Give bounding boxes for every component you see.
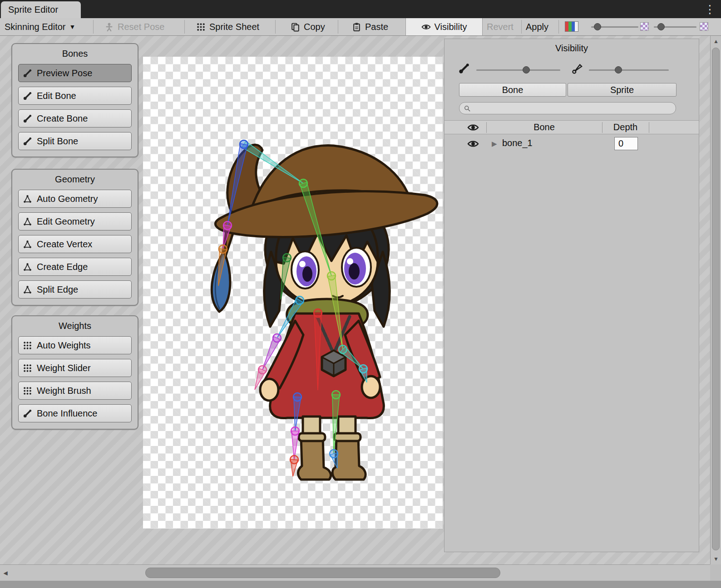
auto-geometry-button[interactable]: Auto Geometry xyxy=(18,190,132,208)
bone-influence-label: Bone Influence xyxy=(37,408,97,419)
create-vertex-icon xyxy=(23,240,32,249)
edit-geometry-icon xyxy=(23,217,32,226)
scroll-up-icon[interactable]: ▲ xyxy=(711,36,721,47)
weight-slider-label: Weight Slider xyxy=(37,363,91,373)
tab-bone[interactable]: Bone xyxy=(459,83,566,97)
edit-bone-button[interactable]: Edit Bone xyxy=(18,87,132,105)
split-bone-label: Split Bone xyxy=(37,136,78,147)
bones-panel-title: Bones xyxy=(12,44,138,64)
create-edge-label: Create Edge xyxy=(37,262,88,272)
create-bone-icon xyxy=(23,114,32,123)
mesh-opacity-slider[interactable] xyxy=(589,69,669,71)
paste-icon xyxy=(352,22,361,32)
weight-slider-icon xyxy=(23,363,32,373)
search-input[interactable] xyxy=(474,103,672,113)
visibility-button[interactable]: Visibility xyxy=(405,18,483,35)
sprite-sheet-icon xyxy=(196,22,206,32)
visibility-eye-icon xyxy=(421,22,431,32)
horizontal-scrollbar-thumb[interactable] xyxy=(145,568,500,578)
geometry-panel-title: Geometry xyxy=(12,170,138,190)
auto-weights-button[interactable]: Auto Weights xyxy=(18,336,132,354)
geometry-panel: Geometry Auto Geometry Edit Geometry Cre… xyxy=(11,169,138,306)
weights-panel-title: Weights xyxy=(12,316,138,336)
bones-panel: Bones Preview Pose Edit Bone Create Bone… xyxy=(11,43,138,157)
copy-button[interactable]: Copy xyxy=(291,18,325,35)
split-edge-label: Split Edge xyxy=(37,284,78,295)
tab-bone-label: Bone xyxy=(502,85,523,95)
edit-bone-label: Edit Bone xyxy=(37,91,76,101)
skinning-editor-dropdown[interactable]: Skinning Editor ▼ xyxy=(5,18,75,35)
bone-influence-button[interactable]: Bone Influence xyxy=(18,404,132,422)
visibility-panel: Visibility Bone Sprite Bone Depth ▶ bone… xyxy=(444,39,699,552)
bone-row-label: bone_1 xyxy=(502,138,533,148)
header-eye-icon xyxy=(467,122,479,133)
window-bottom-edge xyxy=(0,581,721,588)
toolbar-divider xyxy=(275,20,276,34)
skinning-editor-label: Skinning Editor xyxy=(5,22,66,32)
vertical-scrollbar[interactable]: ▲ ▼ xyxy=(710,36,721,564)
visibility-panel-title: Visibility xyxy=(444,39,699,54)
split-bone-icon xyxy=(23,137,32,146)
weight-brush-button[interactable]: Weight Brush xyxy=(18,382,132,400)
paste-button[interactable]: Paste xyxy=(352,18,388,35)
horizontal-scrollbar[interactable]: ◀ xyxy=(0,564,710,581)
reset-pose-label: Reset Pose xyxy=(118,22,164,32)
create-vertex-button[interactable]: Create Vertex xyxy=(18,235,132,253)
checker-swatch-icon xyxy=(640,22,649,31)
split-edge-icon xyxy=(23,285,32,294)
weight-brush-label: Weight Brush xyxy=(37,386,91,396)
bone-search-field[interactable] xyxy=(459,102,676,114)
bone-opacity-slider[interactable] xyxy=(476,69,560,71)
auto-weights-label: Auto Weights xyxy=(37,340,91,351)
row-eye-icon[interactable] xyxy=(467,138,479,150)
bone-row[interactable]: ▶ bone_1 xyxy=(444,135,699,152)
depth-input[interactable] xyxy=(614,137,638,150)
disclosure-triangle-icon[interactable]: ▶ xyxy=(492,140,497,148)
mesh-overlay-slider-thumb[interactable] xyxy=(657,23,665,30)
toolbar-divider xyxy=(521,20,522,34)
weight-brush-icon xyxy=(23,386,32,396)
skeleton-overlay[interactable] xyxy=(143,57,443,529)
create-edge-icon xyxy=(23,262,32,272)
mesh-opacity-icon xyxy=(572,63,583,74)
mesh-opacity-slider-thumb[interactable] xyxy=(615,66,622,74)
preview-pose-label: Preview Pose xyxy=(37,68,92,78)
toolbar-divider xyxy=(93,20,94,34)
copy-icon xyxy=(291,22,300,32)
kebab-menu-icon[interactable]: ⋮ xyxy=(704,2,716,16)
color-swatch[interactable] xyxy=(565,21,578,32)
chevron-down-icon: ▼ xyxy=(69,23,76,30)
apply-button[interactable]: Apply xyxy=(526,18,548,35)
reset-pose-button[interactable]: Reset Pose xyxy=(104,18,164,35)
paste-label: Paste xyxy=(365,22,388,32)
scroll-left-icon[interactable]: ◀ xyxy=(0,568,11,578)
edit-geometry-button[interactable]: Edit Geometry xyxy=(18,212,132,230)
copy-label: Copy xyxy=(304,22,325,32)
bone-opacity-slider-thumb[interactable] xyxy=(523,66,530,74)
tab-sprite[interactable]: Sprite xyxy=(568,83,677,97)
split-bone-button[interactable]: Split Bone xyxy=(18,132,132,150)
preview-pose-icon xyxy=(23,69,32,78)
scroll-down-icon[interactable]: ▼ xyxy=(711,554,721,564)
preview-pose-button[interactable]: Preview Pose xyxy=(18,64,132,82)
column-bone: Bone xyxy=(486,122,602,132)
create-bone-button[interactable]: Create Bone xyxy=(18,109,132,127)
weight-slider-button[interactable]: Weight Slider xyxy=(18,359,132,377)
tab-sprite-editor[interactable]: Sprite Editor xyxy=(1,1,81,18)
sprite-canvas[interactable] xyxy=(143,57,443,529)
vertical-scrollbar-thumb[interactable] xyxy=(712,48,720,550)
auto-geometry-icon xyxy=(23,194,32,204)
toolbar-divider xyxy=(338,20,338,34)
split-edge-button[interactable]: Split Edge xyxy=(18,280,132,299)
sprite-sheet-button[interactable]: Sprite Sheet xyxy=(196,18,259,35)
revert-button[interactable]: Revert xyxy=(487,18,514,35)
reset-pose-icon xyxy=(104,22,114,32)
toolbar-divider xyxy=(184,20,185,34)
create-bone-label: Create Bone xyxy=(37,113,88,124)
title-strip: Sprite Editor ⋮ xyxy=(0,0,721,18)
sprite-editor-tab-label: Sprite Editor xyxy=(8,5,58,15)
edit-geometry-label: Edit Geometry xyxy=(37,216,95,227)
create-edge-button[interactable]: Create Edge xyxy=(18,258,132,276)
auto-geometry-label: Auto Geometry xyxy=(37,194,98,204)
bone-gizmo-slider-thumb[interactable] xyxy=(594,23,601,30)
